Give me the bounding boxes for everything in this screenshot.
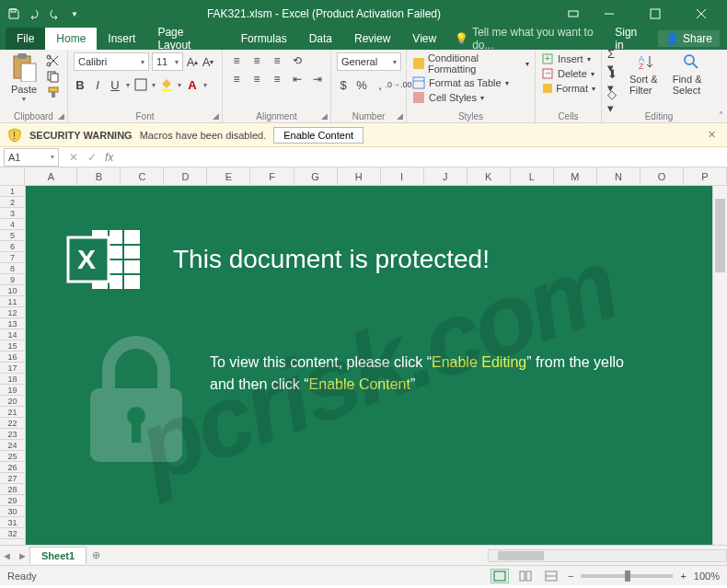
tab-formulas[interactable]: Formulas	[230, 28, 298, 50]
border-icon[interactable]	[134, 76, 147, 93]
number-format-select[interactable]: General▾	[337, 52, 401, 71]
col-header[interactable]: P	[684, 167, 727, 185]
align-left-icon[interactable]: ≡	[228, 71, 245, 87]
dialog-launcher-icon[interactable]: ◢	[213, 111, 219, 121]
row-header[interactable]: 7	[0, 252, 25, 263]
col-header[interactable]: A	[25, 167, 77, 185]
row-header[interactable]: 9	[0, 274, 25, 285]
row-header[interactable]: 30	[0, 506, 25, 517]
page-layout-view-icon[interactable]	[516, 569, 535, 583]
enter-fx-icon[interactable]: ✓	[83, 151, 101, 164]
decrease-font-icon[interactable]: A▾	[202, 53, 214, 70]
font-name-select[interactable]: Calibri▾	[74, 52, 149, 71]
row-header[interactable]: 14	[0, 329, 25, 340]
row-header[interactable]: 6	[0, 241, 25, 252]
zoom-in-icon[interactable]: +	[680, 571, 686, 582]
sheet-tab[interactable]: Sheet1	[29, 547, 87, 564]
row-header[interactable]: 2	[0, 197, 25, 208]
row-header[interactable]: 20	[0, 396, 25, 407]
minimize-button[interactable]	[593, 0, 626, 28]
row-header[interactable]: 18	[0, 374, 25, 385]
paste-button[interactable]: Paste ▾	[6, 52, 42, 103]
zoom-out-icon[interactable]: −	[568, 571, 573, 582]
name-box[interactable]: A1▾	[4, 148, 59, 167]
orientation-icon[interactable]: ⟲	[289, 52, 306, 69]
zoom-level[interactable]: 100%	[694, 571, 720, 582]
tab-insert[interactable]: Insert	[97, 28, 146, 50]
copy-icon[interactable]	[46, 70, 61, 83]
row-header[interactable]: 21	[0, 407, 25, 418]
increase-font-icon[interactable]: A▴	[186, 53, 199, 70]
enable-content-button[interactable]: Enable Content	[273, 127, 364, 144]
dialog-launcher-icon[interactable]: ◢	[58, 111, 64, 121]
next-sheet-icon[interactable]: ►	[17, 550, 28, 561]
col-header[interactable]: B	[77, 167, 121, 185]
increase-indent-icon[interactable]: ⇥	[309, 71, 326, 87]
tell-me[interactable]: 💡 Tell me what you want to do...	[447, 28, 615, 50]
italic-button[interactable]: I	[91, 76, 104, 93]
page-break-view-icon[interactable]	[542, 569, 560, 583]
row-header[interactable]: 16	[0, 352, 25, 363]
zoom-slider[interactable]	[581, 574, 673, 578]
row-header[interactable]: 28	[0, 484, 25, 495]
increase-decimal-icon[interactable]: .0→.00	[392, 76, 405, 93]
font-color-icon[interactable]: A	[186, 76, 199, 93]
cells-area[interactable]: X This document is protected! To view th…	[26, 186, 727, 545]
row-header[interactable]: 25	[0, 451, 25, 462]
format-painter-icon[interactable]	[46, 86, 61, 98]
col-header[interactable]: L	[511, 167, 554, 185]
tab-view[interactable]: View	[401, 28, 447, 50]
row-header[interactable]: 13	[0, 318, 25, 329]
maximize-button[interactable]	[639, 0, 672, 28]
dialog-launcher-icon[interactable]: ◢	[321, 111, 328, 121]
row-header[interactable]: 29	[0, 495, 25, 506]
select-all-corner[interactable]	[0, 167, 25, 185]
col-header[interactable]: D	[164, 167, 207, 185]
save-icon[interactable]	[7, 7, 20, 20]
prev-sheet-icon[interactable]: ◄	[2, 550, 12, 561]
bold-button[interactable]: B	[74, 76, 87, 93]
row-header[interactable]: 17	[0, 363, 25, 374]
row-header[interactable]: 22	[0, 418, 25, 429]
col-header[interactable]: G	[294, 167, 338, 185]
close-warning-icon[interactable]: ✕	[704, 129, 720, 141]
undo-icon[interactable]	[28, 7, 40, 20]
row-header[interactable]: 4	[0, 219, 25, 230]
align-center-icon[interactable]: ≡	[248, 71, 265, 87]
insert-cells-button[interactable]: +Insert▾	[541, 52, 595, 65]
cut-icon[interactable]	[46, 54, 61, 67]
collapse-ribbon-icon[interactable]: ˄	[719, 110, 723, 121]
sort-filter-button[interactable]: AZ Sort & Filter	[629, 52, 664, 96]
cancel-fx-icon[interactable]: ✕	[64, 151, 83, 164]
align-right-icon[interactable]: ≡	[269, 71, 285, 87]
row-header[interactable]: 15	[0, 340, 25, 352]
format-as-table-button[interactable]: Format as Table▾	[412, 76, 529, 89]
font-size-select[interactable]: 11▾	[152, 52, 183, 71]
col-header[interactable]: E	[207, 167, 250, 185]
delete-cells-button[interactable]: −Delete▾	[541, 67, 595, 80]
ribbon-options-icon[interactable]	[567, 7, 580, 20]
find-select-button[interactable]: Find & Select	[673, 52, 710, 96]
tab-data[interactable]: Data	[298, 28, 343, 50]
row-header[interactable]: 8	[0, 263, 25, 274]
align-middle-icon[interactable]: ≡	[248, 52, 265, 69]
redo-icon[interactable]	[48, 7, 61, 20]
row-header[interactable]: 12	[0, 307, 25, 318]
qat-dropdown-icon[interactable]: ▼	[68, 7, 81, 20]
col-header[interactable]: H	[338, 167, 381, 185]
vertical-scrollbar[interactable]	[712, 186, 727, 545]
add-sheet-icon[interactable]: ⊕	[87, 549, 105, 561]
fill-color-icon[interactable]	[160, 76, 173, 93]
row-header[interactable]: 3	[0, 208, 25, 219]
row-header[interactable]: 23	[0, 429, 25, 440]
col-header[interactable]: C	[121, 167, 164, 185]
row-header[interactable]: 32	[0, 528, 25, 539]
row-header[interactable]: 5	[0, 230, 25, 241]
formula-input[interactable]	[117, 148, 727, 167]
tab-home[interactable]: Home	[45, 28, 97, 50]
share-button[interactable]: 👤 Share	[658, 30, 720, 47]
underline-button[interactable]: U	[109, 76, 121, 93]
normal-view-icon[interactable]	[490, 569, 509, 583]
row-header[interactable]: 19	[0, 385, 25, 396]
clear-icon[interactable]: ◇ ▾	[607, 93, 620, 110]
